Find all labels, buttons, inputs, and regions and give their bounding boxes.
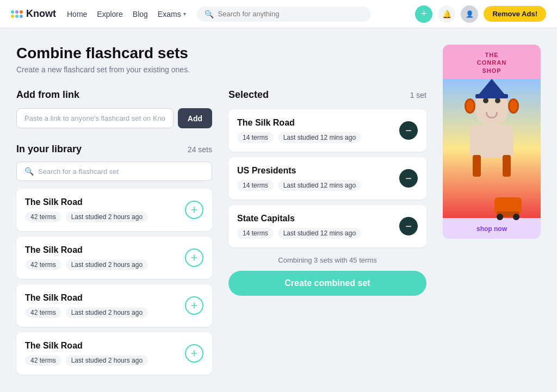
ad-bottom[interactable]: shop now (443, 218, 541, 239)
selected-title: Selected (228, 89, 269, 101)
search-input[interactable] (218, 10, 363, 18)
logo-dot-2 (15, 10, 18, 14)
library-card: The Silk Road 42 terms Last studied 2 ho… (16, 332, 212, 375)
logo-dots (11, 10, 23, 18)
combine-info: Combining 3 sets with 45 terms (228, 256, 426, 264)
last-studied-tag: Last studied 2 hours ago (66, 211, 148, 222)
last-studied-tag: Last studied 12 mins ago (278, 228, 361, 239)
add-to-selected-button[interactable]: + (185, 248, 203, 267)
sidebar-ad: THE CONRAN SHOP (443, 45, 541, 380)
ad-box[interactable]: THE CONRAN SHOP (443, 45, 541, 239)
last-studied-tag: Last studied 12 mins ago (278, 132, 361, 143)
library-header: In your library 24 sets (16, 144, 212, 155)
chevron-down-icon: ▾ (183, 11, 186, 17)
selected-card: US Presidents 14 terms Last studied 12 m… (228, 157, 426, 200)
logo-text: Knowt (26, 8, 56, 20)
card-info: The Silk Road 42 terms Last studied 2 ho… (25, 293, 148, 318)
last-studied-tag: Last studied 2 hours ago (66, 259, 148, 270)
last-studied-tag: Last studied 2 hours ago (66, 307, 148, 318)
link-input[interactable] (16, 108, 174, 128)
page-subtitle: Create a new flashcard set from your exi… (16, 65, 426, 74)
library-card: The Silk Road 42 terms Last studied 2 ho… (16, 237, 212, 279)
card-info: US Presidents 14 terms Last studied 12 m… (237, 166, 361, 191)
card-title: The Silk Road (25, 245, 148, 255)
two-col-layout: Add from link Add In your library 24 set… (16, 89, 426, 380)
search-icon: 🔍 (205, 10, 214, 18)
search-icon: 🔍 (24, 167, 34, 176)
add-from-link-title: Add from link (16, 89, 212, 101)
logo[interactable]: Knowt (11, 8, 56, 20)
main-content: Combine flashcard sets Create a new flas… (16, 45, 426, 380)
card-title: The Silk Road (25, 197, 148, 207)
card-title: The Silk Road (25, 341, 148, 351)
ad-visual (443, 79, 541, 218)
remove-from-selected-button[interactable]: − (399, 217, 418, 235)
create-combined-set-button[interactable]: Create combined set (228, 271, 426, 296)
last-studied-tag: Last studied 2 hours ago (66, 355, 148, 366)
library-list: The Silk Road 42 terms Last studied 2 ho… (16, 189, 212, 375)
terms-tag: 42 terms (25, 355, 61, 366)
notifications-button[interactable]: 🔔 (438, 5, 455, 23)
terms-tag: 14 terms (237, 228, 274, 239)
terms-tag: 42 terms (25, 211, 61, 222)
logo-dot-3 (20, 10, 23, 14)
page-title: Combine flashcard sets (16, 45, 426, 62)
ad-decoration (462, 197, 522, 213)
library-count: 24 sets (188, 145, 212, 154)
ad-brand-text: THE CONRAN SHOP (448, 51, 535, 74)
library-card: The Silk Road 42 terms Last studied 2 ho… (16, 284, 212, 327)
library-card: The Silk Road 42 terms Last studied 2 ho… (16, 189, 212, 231)
card-info: The Silk Road 42 terms Last studied 2 ho… (25, 245, 148, 270)
selected-list: The Silk Road 14 terms Last studied 12 m… (228, 109, 426, 247)
add-link-button[interactable]: Add (178, 108, 212, 128)
card-info: The Silk Road 14 terms Last studied 12 m… (237, 118, 361, 143)
nav-links: Home Explore Blog Exams ▾ (67, 10, 186, 18)
selected-count: 1 set (410, 91, 426, 99)
library-title: In your library (16, 144, 82, 155)
right-column: Selected 1 set The Silk Road 14 terms La… (228, 89, 426, 380)
card-tags: 14 terms Last studied 12 mins ago (237, 132, 361, 143)
card-tags: 42 terms Last studied 2 hours ago (25, 355, 148, 366)
ad-character (459, 84, 524, 193)
card-tags: 14 terms Last studied 12 mins ago (237, 228, 361, 239)
nav-home[interactable]: Home (67, 10, 87, 18)
terms-tag: 42 terms (25, 307, 61, 318)
avatar[interactable]: 👤 (461, 5, 478, 23)
nav-search-box: 🔍 (197, 7, 371, 22)
card-tags: 42 terms Last studied 2 hours ago (25, 307, 148, 318)
nav-explore[interactable]: Explore (97, 10, 122, 18)
remove-from-selected-button[interactable]: − (399, 121, 418, 140)
add-to-selected-button[interactable]: + (185, 201, 203, 219)
ad-top: THE CONRAN SHOP (443, 45, 541, 79)
left-column: Add from link Add In your library 24 set… (16, 89, 212, 380)
card-tags: 42 terms Last studied 2 hours ago (25, 259, 148, 270)
remove-from-selected-button[interactable]: − (399, 169, 418, 188)
logo-dot-5 (15, 15, 18, 18)
navbar: Knowt Home Explore Blog Exams ▾ 🔍 + 🔔 👤 … (0, 0, 557, 28)
card-info: The Silk Road 42 terms Last studied 2 ho… (25, 197, 148, 222)
nav-exams[interactable]: Exams ▾ (158, 10, 186, 18)
nav-right: + 🔔 👤 Remove Ads! (415, 5, 546, 23)
last-studied-tag: Last studied 12 mins ago (278, 180, 361, 191)
card-info: State Capitals 14 terms Last studied 12 … (237, 214, 361, 239)
logo-dot-1 (11, 10, 14, 14)
terms-tag: 42 terms (25, 259, 61, 270)
terms-tag: 14 terms (237, 180, 274, 191)
card-info: The Silk Road 42 terms Last studied 2 ho… (25, 341, 148, 366)
card-title: US Presidents (237, 166, 361, 176)
add-button[interactable]: + (415, 5, 432, 23)
card-tags: 14 terms Last studied 12 mins ago (237, 180, 361, 191)
logo-dot-6 (20, 15, 23, 18)
logo-dot-4 (11, 15, 14, 18)
selected-card: State Capitals 14 terms Last studied 12 … (228, 205, 426, 247)
page-layout: Combine flashcard sets Create a new flas… (0, 28, 557, 392)
card-title: The Silk Road (237, 118, 361, 128)
add-to-selected-button[interactable]: + (185, 296, 203, 315)
card-title: The Silk Road (25, 293, 148, 303)
add-to-selected-button[interactable]: + (185, 344, 203, 363)
selected-card: The Silk Road 14 terms Last studied 12 m… (228, 109, 426, 152)
nav-blog[interactable]: Blog (133, 10, 148, 18)
library-search-input[interactable] (38, 167, 204, 176)
selected-header: Selected 1 set (228, 89, 426, 101)
remove-ads-button[interactable]: Remove Ads! (484, 6, 546, 22)
